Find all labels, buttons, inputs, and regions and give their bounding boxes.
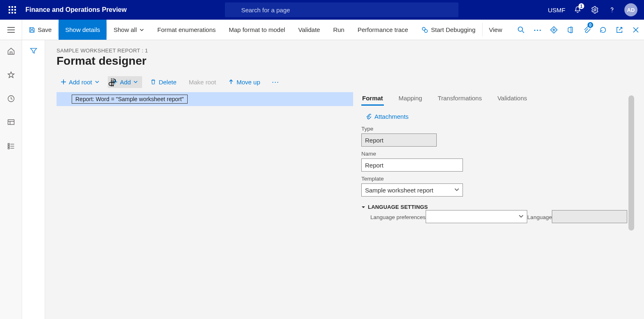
- arrow-up-icon: [228, 79, 234, 85]
- detail-form: Type Name Template LANGUAGE SETTINGS: [361, 126, 631, 314]
- toolbar-more-icon[interactable]: ⋯: [268, 75, 282, 89]
- tab-transformations[interactable]: Transformations: [437, 92, 483, 106]
- help-icon[interactable]: [607, 5, 617, 15]
- paperclip-icon: [365, 113, 371, 120]
- start-debugging-button[interactable]: Start Debugging: [415, 20, 482, 40]
- plus-icon: [61, 79, 66, 85]
- chevron-down-icon: [133, 79, 138, 84]
- delete-label: Delete: [159, 79, 176, 86]
- workspaces-icon[interactable]: [4, 115, 18, 129]
- page-title: Format designer: [57, 54, 634, 68]
- attachments-badge: 0: [587, 22, 593, 28]
- debug-icon: [421, 26, 429, 34]
- breadcrumb: SAMPLE WORKSHEET REPORT : 1: [57, 48, 634, 54]
- svg-point-19: [518, 27, 523, 31]
- add-button[interactable]: Add: [108, 76, 143, 88]
- vertical-scrollbar[interactable]: [628, 95, 634, 231]
- tree-item-report[interactable]: Report: Word = "Sample worksheet report": [57, 92, 353, 106]
- nav-toggle[interactable]: [0, 20, 22, 40]
- svg-rect-8: [14, 12, 16, 14]
- tab-format-label: Format: [362, 95, 383, 102]
- move-up-label: Move up: [236, 79, 260, 86]
- attachments-label: Attachments: [374, 113, 408, 120]
- template-label: Template: [361, 176, 631, 182]
- notification-badge: 1: [578, 3, 584, 9]
- home-icon[interactable]: [4, 44, 18, 58]
- svg-rect-1: [11, 6, 13, 8]
- validate-label: Validate: [298, 26, 320, 33]
- chevron-down-icon: [139, 27, 144, 32]
- main-content: SAMPLE WORKSHEET REPORT : 1 Format desig…: [45, 40, 644, 319]
- caret-down-icon: [361, 205, 365, 209]
- more-icon[interactable]: ⋯: [529, 20, 546, 40]
- format-enum-label: Format enumerations: [157, 26, 216, 33]
- svg-rect-0: [9, 6, 10, 8]
- debug-label: Start Debugging: [431, 26, 475, 33]
- global-search-input[interactable]: [225, 2, 458, 17]
- tab-format[interactable]: Format: [361, 92, 384, 106]
- global-search[interactable]: [225, 2, 458, 17]
- svg-rect-28: [8, 145, 9, 147]
- recent-icon[interactable]: [4, 92, 18, 106]
- add-label: Add: [120, 79, 131, 86]
- attachments-icon[interactable]: 0: [578, 20, 595, 40]
- left-nav-rail: [0, 40, 22, 319]
- name-field[interactable]: [361, 158, 463, 172]
- user-avatar[interactable]: AD: [624, 3, 637, 16]
- svg-rect-16: [31, 30, 33, 32]
- svg-point-18: [424, 29, 427, 32]
- tab-transformations-label: Transformations: [438, 95, 482, 102]
- svg-rect-3: [9, 9, 10, 11]
- make-root-button: Make root: [185, 76, 220, 88]
- detail-pane: || Format Mapping Transformations Valida…: [361, 92, 634, 314]
- run-button[interactable]: Run: [327, 20, 351, 40]
- validate-button[interactable]: Validate: [292, 20, 327, 40]
- move-up-button[interactable]: Move up: [224, 76, 264, 88]
- language-field: [552, 210, 627, 223]
- diamond-icon[interactable]: [546, 20, 562, 40]
- tab-validations[interactable]: Validations: [497, 92, 528, 106]
- add-root-button[interactable]: Add root: [57, 76, 104, 88]
- plus-icon: [112, 79, 118, 85]
- language-settings-header[interactable]: LANGUAGE SETTINGS: [361, 204, 631, 210]
- designer-toolbar: Add root Add Delete Make root Move up ⋯: [57, 75, 634, 89]
- name-label: Name: [361, 151, 631, 157]
- view-button[interactable]: View: [483, 20, 509, 40]
- app-title: Finance and Operations Preview: [25, 6, 127, 14]
- svg-rect-6: [9, 12, 10, 14]
- office-icon[interactable]: [562, 20, 578, 40]
- template-field[interactable]: [361, 183, 463, 197]
- svg-point-11: [594, 9, 596, 11]
- find-icon[interactable]: [513, 20, 529, 40]
- performance-trace-button[interactable]: Performance trace: [351, 20, 415, 40]
- notifications-icon[interactable]: 1: [573, 5, 583, 15]
- show-all-button[interactable]: Show all: [107, 20, 151, 40]
- popout-icon[interactable]: [611, 20, 628, 40]
- tab-mapping-label: Mapping: [399, 95, 422, 102]
- perf-label: Performance trace: [358, 26, 408, 33]
- close-icon[interactable]: [628, 20, 644, 40]
- language-settings-label: LANGUAGE SETTINGS: [368, 204, 428, 210]
- company-code[interactable]: USMF: [548, 7, 566, 14]
- language-settings-section: LANGUAGE SETTINGS Language preferences L…: [361, 204, 631, 314]
- save-button[interactable]: Save: [22, 20, 58, 40]
- language-pref-field[interactable]: [426, 210, 527, 223]
- show-details-button[interactable]: Show details: [59, 20, 107, 40]
- settings-icon[interactable]: [590, 5, 600, 15]
- format-tree: Report: Word = "Sample worksheet report": [57, 92, 353, 314]
- format-enumerations-button[interactable]: Format enumerations: [151, 20, 222, 40]
- favorites-icon[interactable]: [4, 68, 18, 82]
- map-format-button[interactable]: Map format to model: [222, 20, 292, 40]
- attachments-link[interactable]: Attachments: [365, 113, 631, 120]
- svg-line-20: [522, 31, 524, 33]
- delete-button[interactable]: Delete: [146, 76, 180, 88]
- svg-rect-5: [14, 9, 16, 11]
- map-format-label: Map format to model: [229, 26, 286, 33]
- refresh-icon[interactable]: [595, 20, 611, 40]
- modules-icon[interactable]: [4, 139, 18, 153]
- tab-mapping[interactable]: Mapping: [398, 92, 423, 106]
- show-all-label: Show all: [113, 26, 137, 33]
- view-label: View: [489, 26, 502, 33]
- filter-icon[interactable]: [29, 47, 38, 319]
- app-launcher-icon[interactable]: [4, 2, 20, 18]
